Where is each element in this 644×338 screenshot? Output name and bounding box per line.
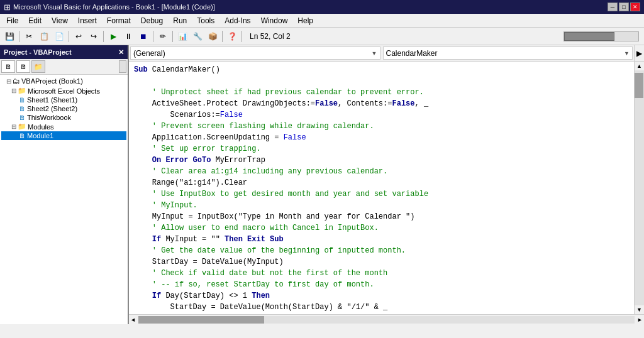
sheet1-icon: 🗎 — [19, 96, 26, 104]
code-line-1: ActiveSheet.Protect DrawingObjects:=Fals… — [134, 98, 629, 109]
object-dropdown[interactable]: (General) ▼ — [130, 46, 380, 60]
code-hscrollbar[interactable]: ◄ ► — [129, 314, 644, 324]
excel-objects-icon: 📁 — [18, 87, 26, 95]
menu-format[interactable]: Format — [102, 14, 136, 28]
code-vscrollbar[interactable]: ▲ ▼ — [634, 62, 644, 314]
tree-label-vbaproject: VBAProject (Book1) — [21, 77, 83, 85]
stop-button[interactable]: ⏹ — [136, 30, 150, 43]
break-button[interactable]: ⏸ — [121, 30, 135, 43]
design-button[interactable]: ✏ — [156, 30, 170, 43]
scroll-up-button[interactable]: ▲ — [635, 62, 643, 70]
project-header: Project - VBAProject ✕ — [0, 45, 128, 59]
hscroll-track[interactable] — [138, 316, 635, 324]
scroll-track[interactable] — [635, 70, 644, 305]
view-object-button[interactable]: 🗎 — [16, 60, 30, 73]
tree-sheet2[interactable]: 🗎 Sheet2 (Sheet2) — [1, 104, 126, 113]
tree-label-modules: Modules — [28, 123, 54, 131]
title-text: Microsoft Visual Basic for Applications … — [13, 3, 215, 11]
object-dropdown-arrow: ▼ — [372, 50, 377, 57]
procedure-dropdown-value: CalendarMaker — [386, 49, 438, 58]
modules-icon: 📁 — [18, 123, 26, 131]
code-line-c8: ' Get the date value of the beginning of… — [134, 245, 629, 256]
procedure-dropdown-arrow: ▼ — [624, 50, 630, 57]
menu-edit[interactable]: Edit — [23, 14, 47, 28]
menu-insert[interactable]: Insert — [73, 14, 102, 28]
code-line-c6: ' MyInput. — [134, 200, 629, 211]
scroll-thumb[interactable] — [635, 73, 643, 98]
run-button[interactable]: ▶ — [106, 30, 120, 43]
code-line-c2: ' Prevent screen flashing while drawing … — [134, 121, 629, 132]
view-code-button[interactable]: 🗎 — [1, 60, 15, 73]
hscroll-thumb[interactable] — [138, 316, 264, 324]
menu-help[interactable]: Help — [292, 14, 318, 28]
code-line-c1: ' Unprotect sheet if had previous calend… — [134, 87, 629, 98]
code-line-5: MyInput = InputBox("Type in Month and ye… — [134, 211, 629, 222]
collapse-icon-excel[interactable]: ⊟ — [11, 87, 16, 94]
tree-module1[interactable]: 🗎 Module1 — [1, 131, 126, 140]
code-line-blank1 — [134, 75, 629, 87]
thisworkbook-icon: 🗎 — [19, 114, 26, 121]
code-line-7: StartDay = DateValue(MyInput) — [134, 256, 629, 268]
tree-label-sheet2: Sheet2 (Sheet2) — [27, 105, 77, 112]
menu-run[interactable]: Run — [168, 14, 192, 28]
redo-button[interactable]: ↪ — [87, 30, 101, 43]
menu-file[interactable]: File — [1, 14, 23, 28]
tree-vbaproject[interactable]: ⊟ 🗂 VBAProject (Book1) — [1, 76, 126, 86]
copy-button[interactable]: 📋 — [37, 30, 51, 43]
code-line-3: On Error GoTo MyErrorTrap — [134, 155, 629, 166]
scroll-right-button[interactable]: ► — [636, 315, 644, 324]
scroll-down-button[interactable]: ▼ — [635, 305, 643, 314]
code-line-9: StartDay = DateValue(Month(StartDay) & "… — [134, 302, 629, 313]
toggle-folders-button[interactable]: 📁 — [31, 60, 45, 73]
save-button[interactable]: 💾 — [3, 30, 16, 43]
project-pane: Project - VBAProject ✕ 🗎 🗎 📁 ⊟ 🗂 VBAProj… — [0, 45, 129, 324]
tree-modules[interactable]: ⊟ 📁 Modules — [1, 122, 126, 131]
app-icon: ⊞ — [4, 3, 11, 12]
explorer-button[interactable]: 📊 — [175, 30, 189, 43]
code-line-8: If Day(StartDay) <> 1 Then — [134, 290, 629, 302]
properties-button[interactable]: 🔧 — [191, 30, 204, 43]
menu-addins[interactable]: Add-Ins — [219, 14, 255, 28]
restore-button[interactable]: □ — [619, 3, 629, 11]
code-editor[interactable]: Sub CalendarMaker() ' Unprotect sheet if… — [129, 62, 634, 314]
project-tree: ⊟ 🗂 VBAProject (Book1) ⊟ 📁 Microsoft Exc… — [0, 75, 128, 324]
menu-window[interactable]: Window — [256, 14, 293, 28]
title-bar-controls[interactable]: ─ □ ✕ — [608, 3, 640, 11]
project-vscroll[interactable] — [119, 60, 126, 73]
tree-label-module1: Module1 — [27, 132, 53, 139]
toolbar-sep-5 — [172, 31, 173, 42]
toolbar-sep-1 — [19, 31, 19, 42]
project-title: Project - VBAProject — [4, 48, 72, 56]
header-scroll-right[interactable]: ▶ — [634, 45, 644, 61]
close-button[interactable]: ✕ — [630, 3, 640, 11]
module1-icon: 🗎 — [19, 132, 26, 139]
tree-sheet1[interactable]: 🗎 Sheet1 (Sheet1) — [1, 95, 126, 104]
help-button[interactable]: ❓ — [225, 30, 239, 43]
cut-button[interactable]: ✂ — [22, 30, 36, 43]
toolbar-scrollbar[interactable] — [564, 31, 639, 41]
procedure-dropdown[interactable]: CalendarMaker ▼ — [383, 46, 633, 60]
collapse-icon-modules[interactable]: ⊟ — [11, 123, 16, 130]
objectbrowse-button[interactable]: 📦 — [206, 30, 219, 43]
code-line-6: If MyInput = "" Then Exit Sub — [134, 234, 629, 245]
sheet2-icon: 🗎 — [19, 105, 26, 112]
toolbar-sep-2 — [69, 31, 69, 42]
menu-view[interactable]: View — [47, 14, 73, 28]
tree-label-thisworkbook: ThisWorkbook — [27, 114, 71, 121]
code-line-c3: ' Set up error trapping. — [134, 143, 629, 155]
menu-tools[interactable]: Tools — [192, 14, 219, 28]
menu-debug[interactable]: Debug — [136, 14, 168, 28]
tree-thisworkbook[interactable]: 🗎 ThisWorkbook — [1, 113, 126, 122]
code-line-10: Year(StartDay)) — [134, 313, 629, 314]
minimize-button[interactable]: ─ — [608, 3, 618, 11]
paste-button[interactable]: 📄 — [52, 30, 66, 43]
code-line-2: Application.ScreenUpdating = False — [134, 132, 629, 143]
code-header: (General) ▼ CalendarMaker ▼ ▶ — [129, 45, 644, 62]
project-close-icon[interactable]: ✕ — [118, 48, 124, 57]
toolbar-sep-4 — [153, 31, 153, 42]
tree-excel-objects[interactable]: ⊟ 📁 Microsoft Excel Objects — [1, 86, 126, 95]
scroll-left-button[interactable]: ◄ — [129, 315, 137, 324]
collapse-icon-vbaproject[interactable]: ⊟ — [6, 78, 11, 85]
code-line-sub: Sub CalendarMaker() — [134, 64, 629, 75]
undo-button[interactable]: ↩ — [72, 30, 86, 43]
